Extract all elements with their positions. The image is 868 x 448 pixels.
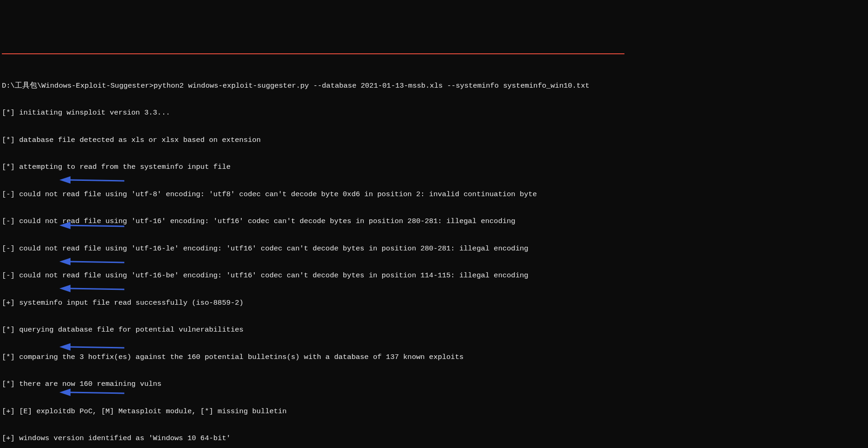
arrow-left-icon xyxy=(59,342,124,352)
output-line: [*] querying database file for potential… xyxy=(2,326,866,335)
svg-line-6 xyxy=(69,288,124,289)
svg-marker-5 xyxy=(59,258,71,265)
command-line: D:\工具包\Windows-Exploit-Suggester>python2… xyxy=(2,82,866,91)
output-line: [*] there are now 160 remaining vulns xyxy=(2,380,866,389)
terminal-output[interactable]: D:\工具包\Windows-Exploit-Suggester>python2… xyxy=(0,45,868,448)
svg-line-8 xyxy=(69,347,124,348)
svg-line-0 xyxy=(69,180,124,181)
output-line: [-] could not read file using 'utf-16-le… xyxy=(2,244,866,254)
output-line: [*] initiating winsploit version 3.3... xyxy=(2,109,866,118)
output-line: [+] systeminfo input file read successfu… xyxy=(2,299,866,308)
output-line: [*] comparing the 3 hotfix(es) against t… xyxy=(2,353,866,362)
output-line: [+] [E] exploitdb PoC, [M] Metasploit mo… xyxy=(2,407,866,416)
arrow-left-icon xyxy=(59,284,124,293)
svg-line-4 xyxy=(69,262,124,262)
prompt-path: D:\工具包\Windows-Exploit-Suggester> xyxy=(2,82,154,90)
output-line: [*] attempting to read from the systemin… xyxy=(2,163,866,172)
svg-marker-11 xyxy=(59,389,71,396)
output-line: [-] could not read file using 'utf-8' en… xyxy=(2,190,866,199)
command-text: python2 windows-exploit-suggester.py --d… xyxy=(154,82,589,90)
svg-marker-9 xyxy=(59,343,71,351)
command-underline-annotation xyxy=(2,53,624,54)
arrow-left-icon xyxy=(59,257,124,266)
svg-line-10 xyxy=(69,392,124,393)
output-line: [-] could not read file using 'utf-16-be… xyxy=(2,271,866,281)
svg-marker-1 xyxy=(59,176,71,184)
arrow-left-icon xyxy=(59,388,124,397)
output-line: [+] windows version identified as 'Windo… xyxy=(2,434,866,443)
arrow-left-icon xyxy=(59,175,124,185)
output-line: [-] could not read file using 'utf-16' e… xyxy=(2,217,866,226)
svg-marker-7 xyxy=(59,285,71,292)
output-line: [*] database file detected as xls or xls… xyxy=(2,136,866,145)
